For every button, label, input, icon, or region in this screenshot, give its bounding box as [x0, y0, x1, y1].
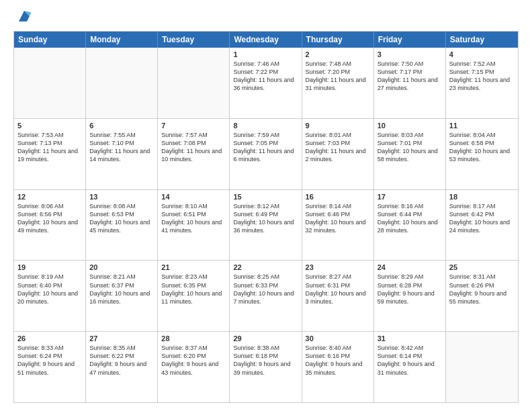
calendar-cell: 26Sunrise: 8:33 AM Sunset: 6:24 PM Dayli…	[14, 332, 86, 402]
day-info: Sunrise: 7:50 AM Sunset: 7:17 PM Dayligh…	[378, 60, 442, 93]
day-header-thursday: Thursday	[302, 32, 374, 48]
day-info: Sunrise: 8:35 AM Sunset: 6:22 PM Dayligh…	[89, 344, 154, 377]
day-info: Sunrise: 8:08 AM Sunset: 6:53 PM Dayligh…	[89, 202, 154, 235]
day-info: Sunrise: 7:48 AM Sunset: 7:20 PM Dayligh…	[306, 60, 370, 93]
logo-icon	[16, 8, 32, 24]
day-info: Sunrise: 8:21 AM Sunset: 6:37 PM Dayligh…	[89, 273, 154, 306]
day-info: Sunrise: 7:52 AM Sunset: 7:15 PM Dayligh…	[449, 60, 515, 93]
day-number: 18	[449, 193, 515, 201]
day-header-saturday: Saturday	[446, 32, 518, 48]
calendar-cell: 18Sunrise: 8:17 AM Sunset: 6:42 PM Dayli…	[446, 190, 518, 261]
calendar-row-1: 5Sunrise: 7:53 AM Sunset: 7:13 PM Daylig…	[14, 119, 518, 190]
calendar: SundayMondayTuesdayWednesdayThursdayFrid…	[13, 31, 519, 403]
day-info: Sunrise: 8:06 AM Sunset: 6:56 PM Dayligh…	[17, 202, 82, 235]
calendar-cell: 25Sunrise: 8:31 AM Sunset: 6:26 PM Dayli…	[446, 261, 518, 331]
calendar-cell: 27Sunrise: 8:35 AM Sunset: 6:22 PM Dayli…	[86, 332, 158, 402]
day-number: 10	[378, 122, 442, 130]
day-info: Sunrise: 7:57 AM Sunset: 7:08 PM Dayligh…	[161, 131, 226, 164]
day-info: Sunrise: 8:38 AM Sunset: 6:18 PM Dayligh…	[233, 344, 298, 377]
calendar-cell: 24Sunrise: 8:29 AM Sunset: 6:28 PM Dayli…	[374, 261, 446, 331]
day-header-monday: Monday	[86, 32, 158, 48]
day-number: 3	[378, 50, 442, 58]
day-info: Sunrise: 7:53 AM Sunset: 7:13 PM Dayligh…	[17, 131, 82, 164]
calendar-header: SundayMondayTuesdayWednesdayThursdayFrid…	[14, 32, 518, 48]
calendar-cell: 9Sunrise: 8:01 AM Sunset: 7:03 PM Daylig…	[302, 119, 374, 189]
day-number: 25	[449, 263, 515, 271]
day-number: 4	[449, 50, 515, 58]
calendar-cell: 1Sunrise: 7:46 AM Sunset: 7:22 PM Daylig…	[230, 48, 302, 118]
day-number: 15	[233, 193, 298, 201]
day-number: 9	[306, 122, 370, 130]
calendar-cell: 20Sunrise: 8:21 AM Sunset: 6:37 PM Dayli…	[86, 261, 158, 331]
day-info: Sunrise: 8:04 AM Sunset: 6:58 PM Dayligh…	[449, 131, 515, 164]
day-header-sunday: Sunday	[14, 32, 86, 48]
day-number: 29	[233, 334, 298, 342]
calendar-cell: 13Sunrise: 8:08 AM Sunset: 6:53 PM Dayli…	[86, 190, 158, 261]
calendar-cell: 8Sunrise: 7:59 AM Sunset: 7:05 PM Daylig…	[230, 119, 302, 189]
calendar-row-0: 1Sunrise: 7:46 AM Sunset: 7:22 PM Daylig…	[14, 48, 518, 119]
day-info: Sunrise: 8:29 AM Sunset: 6:28 PM Dayligh…	[378, 273, 442, 306]
day-number: 12	[17, 193, 82, 201]
day-header-tuesday: Tuesday	[158, 32, 230, 48]
day-info: Sunrise: 8:17 AM Sunset: 6:42 PM Dayligh…	[449, 202, 515, 235]
day-info: Sunrise: 7:59 AM Sunset: 7:05 PM Dayligh…	[233, 131, 298, 164]
day-number: 5	[17, 122, 82, 130]
calendar-cell	[446, 332, 518, 402]
day-number: 28	[161, 334, 226, 342]
page: SundayMondayTuesdayWednesdayThursdayFrid…	[0, 0, 532, 411]
calendar-cell: 19Sunrise: 8:19 AM Sunset: 6:40 PM Dayli…	[14, 261, 86, 331]
calendar-cell: 23Sunrise: 8:27 AM Sunset: 6:31 PM Dayli…	[302, 261, 374, 331]
calendar-cell: 31Sunrise: 8:42 AM Sunset: 6:14 PM Dayli…	[374, 332, 446, 402]
day-number: 16	[306, 193, 370, 201]
day-number: 20	[89, 263, 154, 271]
calendar-cell	[86, 48, 158, 118]
day-number: 8	[233, 122, 298, 130]
calendar-cell: 2Sunrise: 7:48 AM Sunset: 7:20 PM Daylig…	[302, 48, 374, 118]
day-number: 22	[233, 263, 298, 271]
calendar-body: 1Sunrise: 7:46 AM Sunset: 7:22 PM Daylig…	[14, 48, 518, 402]
day-info: Sunrise: 8:23 AM Sunset: 6:35 PM Dayligh…	[161, 273, 226, 306]
day-info: Sunrise: 8:40 AM Sunset: 6:16 PM Dayligh…	[306, 344, 370, 377]
day-info: Sunrise: 8:33 AM Sunset: 6:24 PM Dayligh…	[17, 344, 82, 377]
calendar-row-2: 12Sunrise: 8:06 AM Sunset: 6:56 PM Dayli…	[14, 190, 518, 261]
day-info: Sunrise: 8:31 AM Sunset: 6:26 PM Dayligh…	[449, 273, 515, 306]
header	[13, 11, 519, 24]
day-info: Sunrise: 8:42 AM Sunset: 6:14 PM Dayligh…	[378, 344, 442, 377]
calendar-cell	[14, 48, 86, 118]
day-header-wednesday: Wednesday	[230, 32, 302, 48]
day-number: 19	[17, 263, 82, 271]
day-number: 30	[306, 334, 370, 342]
calendar-cell: 28Sunrise: 8:37 AM Sunset: 6:20 PM Dayli…	[158, 332, 230, 402]
day-info: Sunrise: 8:03 AM Sunset: 7:01 PM Dayligh…	[378, 131, 442, 164]
calendar-cell: 12Sunrise: 8:06 AM Sunset: 6:56 PM Dayli…	[14, 190, 86, 261]
day-number: 26	[17, 334, 82, 342]
day-info: Sunrise: 8:01 AM Sunset: 7:03 PM Dayligh…	[306, 131, 370, 164]
day-info: Sunrise: 8:16 AM Sunset: 6:44 PM Dayligh…	[378, 202, 442, 235]
calendar-cell: 15Sunrise: 8:12 AM Sunset: 6:49 PM Dayli…	[230, 190, 302, 261]
calendar-cell	[158, 48, 230, 118]
day-info: Sunrise: 8:19 AM Sunset: 6:40 PM Dayligh…	[17, 273, 82, 306]
calendar-cell: 22Sunrise: 8:25 AM Sunset: 6:33 PM Dayli…	[230, 261, 302, 331]
day-number: 1	[233, 50, 298, 58]
day-number: 17	[378, 193, 442, 201]
day-number: 21	[161, 263, 226, 271]
day-info: Sunrise: 8:10 AM Sunset: 6:51 PM Dayligh…	[161, 202, 226, 235]
day-info: Sunrise: 7:46 AM Sunset: 7:22 PM Dayligh…	[233, 60, 298, 93]
calendar-cell: 10Sunrise: 8:03 AM Sunset: 7:01 PM Dayli…	[374, 119, 446, 189]
calendar-cell: 5Sunrise: 7:53 AM Sunset: 7:13 PM Daylig…	[14, 119, 86, 189]
day-info: Sunrise: 8:37 AM Sunset: 6:20 PM Dayligh…	[161, 344, 226, 377]
calendar-cell: 3Sunrise: 7:50 AM Sunset: 7:17 PM Daylig…	[374, 48, 446, 118]
calendar-row-3: 19Sunrise: 8:19 AM Sunset: 6:40 PM Dayli…	[14, 261, 518, 332]
calendar-cell: 4Sunrise: 7:52 AM Sunset: 7:15 PM Daylig…	[446, 48, 518, 118]
calendar-cell: 30Sunrise: 8:40 AM Sunset: 6:16 PM Dayli…	[302, 332, 374, 402]
calendar-cell: 17Sunrise: 8:16 AM Sunset: 6:44 PM Dayli…	[374, 190, 446, 261]
calendar-row-4: 26Sunrise: 8:33 AM Sunset: 6:24 PM Dayli…	[14, 332, 518, 402]
day-number: 7	[161, 122, 226, 130]
day-number: 27	[89, 334, 154, 342]
logo	[13, 11, 32, 24]
day-info: Sunrise: 8:27 AM Sunset: 6:31 PM Dayligh…	[306, 273, 370, 306]
day-number: 11	[449, 122, 515, 130]
day-number: 24	[378, 263, 442, 271]
day-info: Sunrise: 8:12 AM Sunset: 6:49 PM Dayligh…	[233, 202, 298, 235]
day-info: Sunrise: 7:55 AM Sunset: 7:10 PM Dayligh…	[89, 131, 154, 164]
